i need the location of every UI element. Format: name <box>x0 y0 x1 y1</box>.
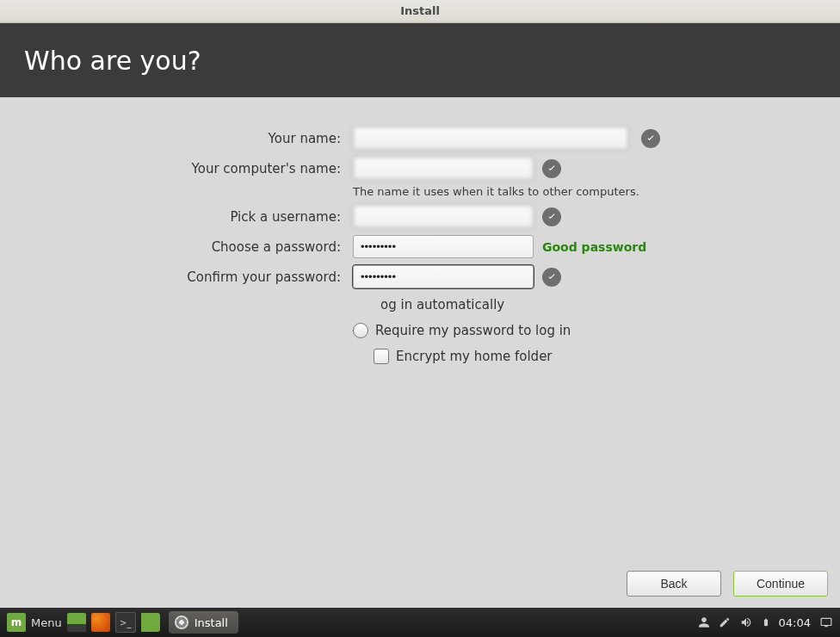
taskbar: m Menu >_ Install 04:04 <box>0 608 840 637</box>
computer-name-helper: The name it uses when it talks to other … <box>353 185 840 198</box>
password-label: Choose a password: <box>0 239 344 255</box>
auto-login-radio-label: og in automatically <box>380 297 504 312</box>
continue-button[interactable]: Continue <box>733 571 828 597</box>
page-title: Who are you? <box>24 46 201 76</box>
files-icon[interactable] <box>141 613 160 632</box>
check-icon <box>542 268 561 287</box>
computer-name-label: Your computer's name: <box>0 161 344 176</box>
confirm-password-label: Confirm your password: <box>0 269 344 285</box>
installer-header: Who are you? <box>0 23 840 97</box>
battery-icon[interactable] <box>762 615 770 629</box>
username-label: Pick a username: <box>0 209 344 225</box>
computer-name-input[interactable] <box>353 157 534 180</box>
installer-disc-icon <box>174 615 189 630</box>
password-strength-label: Good password <box>542 240 840 254</box>
terminal-icon[interactable]: >_ <box>115 612 136 633</box>
check-icon <box>641 129 660 148</box>
back-button[interactable]: Back <box>627 571 721 597</box>
taskbar-task-label: Install <box>195 616 228 629</box>
user-form: Your name: Your computer's name: The nam… <box>0 127 840 366</box>
installer-content: Your name: Your computer's name: The nam… <box>0 97 840 609</box>
mint-menu-icon[interactable]: m <box>7 613 26 632</box>
window-title: Install <box>400 4 440 17</box>
display-indicator-icon[interactable] <box>819 616 833 628</box>
check-icon <box>542 159 561 178</box>
menu-label[interactable]: Menu <box>31 616 62 629</box>
check-icon <box>542 207 561 226</box>
name-label: Your name: <box>0 131 344 146</box>
firefox-icon[interactable] <box>91 613 110 632</box>
encrypt-home-label: Encrypt my home folder <box>396 349 553 364</box>
encrypt-home-checkbox[interactable] <box>374 349 389 364</box>
name-input[interactable] <box>353 127 628 150</box>
confirm-password-input[interactable] <box>353 265 534 288</box>
username-input[interactable] <box>353 205 534 228</box>
wizard-footer: Back Continue <box>627 571 828 597</box>
user-icon[interactable] <box>698 616 710 628</box>
require-password-radio[interactable] <box>353 323 368 338</box>
show-desktop-icon[interactable] <box>67 613 86 632</box>
volume-icon[interactable] <box>739 616 753 628</box>
window-titlebar: Install <box>0 0 840 23</box>
taskbar-task-install[interactable]: Install <box>169 611 238 634</box>
clock-label[interactable]: 04:04 <box>779 616 811 629</box>
password-input[interactable] <box>353 235 534 258</box>
pen-icon[interactable] <box>719 616 731 628</box>
require-password-radio-label: Require my password to log in <box>375 323 571 338</box>
